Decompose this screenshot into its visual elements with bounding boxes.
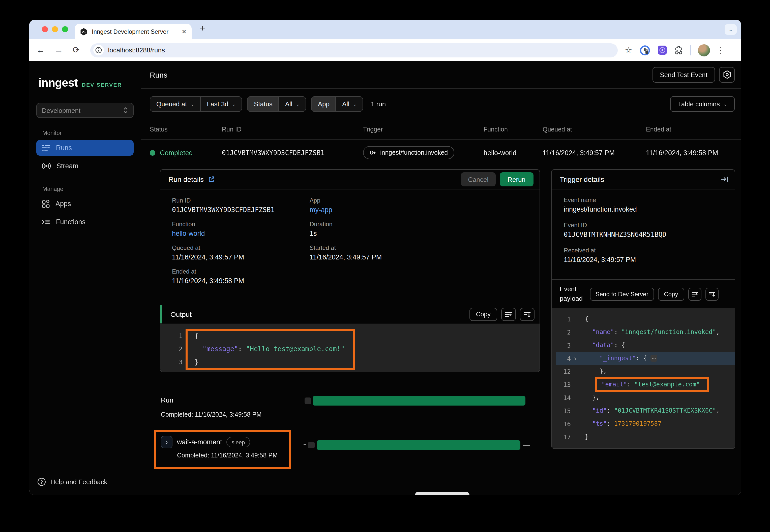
chevron-down-icon: ⌄ [353,102,357,107]
run-details-header: Run details Cancel Rerun [160,170,539,189]
svg-text:?: ? [40,479,43,485]
event-waves-icon [370,150,377,156]
status-filter[interactable]: Status All⌄ [247,96,306,112]
purple-extension-icon[interactable] [657,45,667,55]
ended-at-cell: 11/16/2024, 3:49:58 PM [646,149,741,156]
wrap-text-button[interactable] [501,308,516,321]
payload-copy-button[interactable]: Copy [658,287,684,301]
run-timeline-bar[interactable] [313,396,525,406]
run-start-marker [305,397,311,404]
app-filter[interactable]: App All⌄ [311,96,363,112]
cancel-button[interactable]: Cancel [461,172,495,186]
sidebar-item-label: Apps [55,200,71,208]
run-details-card: Run details Cancel Rerun [160,169,540,372]
app-link[interactable]: my-app [310,206,531,214]
run-table-row[interactable]: Completed 01JCVBTMV3WXY9D3CFDEJFZSB1 inn… [141,140,741,166]
status-cell: Completed [150,149,222,156]
browser-tab[interactable]: Inngest Development Server ✕ [75,24,191,39]
fold-chevron-icon[interactable]: › [571,354,580,362]
column-header-run-id: Run ID [222,126,363,133]
app-filter-label: App [312,97,336,111]
trigger-details-title: Trigger details [560,175,604,183]
tab-search-button[interactable]: ⌄ [725,24,737,35]
code-line-4[interactable]: 4› "_inngest": { ⋯ [556,352,735,365]
inngest-logo: inngest [38,76,78,90]
column-header-trigger: Trigger [363,126,483,133]
payload-annotation-box: "email": "test@example.com" [595,377,709,392]
zoom-window-icon[interactable] [62,26,68,32]
code-line-1: 1{ [167,329,539,342]
function-link[interactable]: hello-world [172,230,310,237]
forward-button[interactable]: → [54,45,63,55]
send-test-event-button[interactable]: Send Test Event [652,67,715,82]
chevron-down-icon: ⌄ [296,102,300,107]
section-label-manage: Manage [42,186,134,192]
toolbar-divider [690,45,691,55]
trigger-pill[interactable]: inngest/function.invoked [363,146,454,159]
scroll-bottom-button[interactable] [520,308,534,321]
back-button[interactable]: ← [36,45,45,55]
time-field-select[interactable]: Queued at⌄ [150,97,201,111]
site-info-icon[interactable] [93,45,104,55]
step-pre-dash [304,444,306,445]
app-filter-value[interactable]: All⌄ [336,97,363,111]
step-start-marker [308,442,315,448]
apps-icon [42,200,50,208]
external-link-icon[interactable] [208,176,215,183]
field-duration: Duration 1s [310,221,531,237]
environment-select[interactable]: Development [36,103,134,118]
code-line-3: 3} [167,355,539,368]
table-header: Status Run ID Trigger Function Queued at… [141,119,741,140]
bookmark-star-icon[interactable]: ☆ [625,45,632,55]
sidebar-item-label: Functions [56,218,85,226]
functions-icon [42,218,50,226]
sidebar-item-functions[interactable]: Functions [36,214,134,230]
environment-value: Development [42,107,80,114]
line-number: 15 [556,407,571,414]
settings-button[interactable] [719,67,735,82]
send-to-dev-server-button[interactable]: Send to Dev Server [590,287,654,301]
collapse-panel-icon[interactable] [721,176,729,183]
tab-close-icon[interactable]: ✕ [181,28,186,35]
minimize-window-icon[interactable] [52,26,58,32]
reload-button[interactable]: ⟳ [73,45,80,55]
payload-wrap-text-button[interactable] [688,287,701,301]
runs-icon [42,144,50,152]
profile-avatar[interactable] [698,44,710,56]
field-run-id: Run ID 01JCVBTMV3WXY9D3CFDEJFZSB1 [172,197,310,214]
payload-scroll-bottom-button[interactable] [705,287,718,301]
status-filter-value[interactable]: All⌄ [279,97,306,111]
sidebar-item-stream[interactable]: Stream [36,158,134,174]
close-window-icon[interactable] [42,26,48,32]
new-tab-button[interactable]: + [200,23,205,34]
column-header-queued-at: Queued at [542,126,646,133]
scroll-bottom-icon [523,311,531,318]
help-label: Help and Feedback [50,478,107,486]
code-line-3: 3 "data": { [556,339,735,352]
url-bar[interactable]: localhost:8288/runs [90,43,618,57]
step-timeline-bar[interactable] [317,440,520,450]
onepassword-extension-icon[interactable] [639,45,650,56]
traffic-lights [42,26,68,32]
time-range-select[interactable]: Last 3d⌄ [201,97,242,111]
code-line-17: 17} [556,430,735,443]
event-payload-code-block: 1{2 "name": "inngest/function.invoked",3… [552,308,735,448]
help-icon: ? [37,478,46,486]
table-columns-button[interactable]: Table columns⌄ [670,96,735,112]
toolbar-right: ☆ ⋮ [625,44,725,56]
column-header-ended-at: Ended at [646,126,741,133]
sidebar-item-runs[interactable]: Runs [36,140,134,156]
help-and-feedback[interactable]: ? Help and Feedback [37,478,107,486]
code-line-1: 1{ [556,312,735,325]
expand-step-button[interactable]: › [161,436,172,448]
time-filter[interactable]: Queued at⌄ Last 3d⌄ [150,96,242,112]
sidebar-item-apps[interactable]: Apps [36,196,134,212]
extensions-puzzle-icon[interactable] [674,46,683,55]
output-copy-button[interactable]: Copy [469,308,497,321]
field-received-at: Received at 11/16/2024, 3:49:57 PM [564,247,727,263]
rerun-button[interactable]: Rerun [499,172,533,186]
browser-menu-icon[interactable]: ⋮ [717,46,724,55]
section-label-monitor: Monitor [42,130,134,136]
field-queued-at: Queued at 11/16/2024, 3:49:57 PM [172,244,310,261]
step-completed-text: Completed: 11/16/2024, 3:49:58 PM [177,452,284,459]
